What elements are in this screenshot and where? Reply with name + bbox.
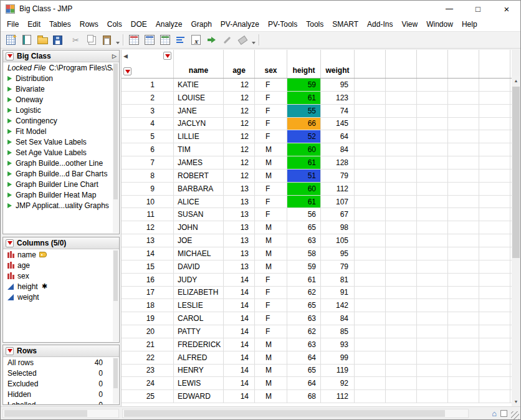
new-journal-icon[interactable] bbox=[19, 33, 34, 47]
script-item[interactable]: Bivariate bbox=[3, 84, 119, 94]
row-number[interactable]: 9 bbox=[122, 183, 174, 195]
cell-age[interactable]: 14 bbox=[224, 338, 255, 351]
cell-weight[interactable]: 81 bbox=[321, 274, 355, 286]
cell-sex[interactable]: F bbox=[255, 299, 287, 312]
cell-height[interactable]: 51 bbox=[287, 169, 321, 182]
row-number[interactable]: 18 bbox=[122, 299, 174, 312]
menu-item[interactable]: SMART bbox=[328, 18, 363, 31]
cell-height[interactable]: 61 bbox=[287, 196, 321, 208]
row-number[interactable]: 16 bbox=[122, 274, 174, 286]
row-number[interactable]: 24 bbox=[122, 377, 174, 389]
cell-name[interactable]: ALICE bbox=[174, 196, 224, 208]
cell-weight[interactable]: 84 bbox=[321, 143, 355, 156]
scroll-down-icon[interactable]: ▼ bbox=[512, 397, 520, 406]
cell-name[interactable]: ALFRED bbox=[174, 351, 224, 364]
script-item[interactable]: Graph Builde...d Bar Charts bbox=[3, 168, 119, 179]
column-header[interactable]: age bbox=[224, 50, 255, 78]
cell-weight[interactable]: 112 bbox=[321, 183, 355, 195]
cell-sex[interactable]: F bbox=[255, 105, 287, 117]
cell-sex[interactable]: F bbox=[255, 196, 287, 208]
cell-weight[interactable]: 142 bbox=[321, 299, 355, 312]
row-number[interactable]: 2 bbox=[122, 92, 174, 104]
cell-height[interactable]: 55 bbox=[287, 105, 321, 117]
cell-age[interactable]: 12 bbox=[224, 156, 255, 169]
cell-age[interactable]: 13 bbox=[224, 234, 255, 247]
cell-age[interactable]: 14 bbox=[224, 351, 255, 364]
resize-grip-icon[interactable] bbox=[511, 411, 519, 419]
cell-age[interactable]: 13 bbox=[224, 221, 255, 234]
cell-height[interactable]: 65 bbox=[287, 299, 321, 312]
row-number[interactable]: 8 bbox=[122, 169, 174, 182]
cell-weight[interactable]: 123 bbox=[321, 92, 355, 104]
cell-name[interactable]: CAROL bbox=[174, 312, 224, 325]
menu-item[interactable]: Add-Ins bbox=[363, 18, 397, 31]
cell-age[interactable]: 13 bbox=[224, 208, 255, 221]
cell-sex[interactable]: M bbox=[255, 351, 287, 364]
cell-weight[interactable]: 119 bbox=[321, 365, 355, 377]
cell-age[interactable]: 14 bbox=[224, 325, 255, 338]
cell-name[interactable]: JOHN bbox=[174, 221, 224, 234]
column-list-item[interactable]: sex bbox=[3, 270, 119, 281]
script-item[interactable]: Oneway bbox=[3, 94, 119, 105]
cell-name[interactable]: JUDY bbox=[174, 274, 224, 286]
cell-name[interactable]: JOE bbox=[174, 234, 224, 247]
cell-sex[interactable]: M bbox=[255, 247, 287, 260]
scroll-up-icon[interactable]: ▲ bbox=[512, 76, 520, 85]
cell-height[interactable]: 68 bbox=[287, 390, 321, 403]
open-icon[interactable] bbox=[35, 33, 49, 47]
menu-item[interactable]: DOE bbox=[127, 18, 151, 31]
script-item[interactable]: Graph Builder Line Chart bbox=[3, 179, 119, 189]
cell-sex[interactable]: M bbox=[255, 338, 287, 351]
column-header[interactable]: name bbox=[174, 50, 224, 78]
row-number[interactable]: 23 bbox=[122, 365, 174, 377]
copy-icon[interactable] bbox=[84, 33, 98, 47]
row-number[interactable]: 4 bbox=[122, 118, 174, 130]
menu-item[interactable]: View bbox=[397, 18, 422, 31]
cell-name[interactable]: LESLIE bbox=[174, 299, 224, 312]
scrollbar-thumb[interactable] bbox=[113, 358, 118, 388]
cell-name[interactable]: KATIE bbox=[174, 79, 224, 91]
row-number[interactable]: 17 bbox=[122, 287, 174, 299]
script-item[interactable]: Contingency bbox=[3, 115, 119, 126]
column-header[interactable]: height bbox=[287, 50, 321, 78]
row-number[interactable]: 21 bbox=[122, 338, 174, 351]
cell-weight[interactable]: 84 bbox=[321, 312, 355, 325]
menu-item[interactable]: PV-Analyze bbox=[216, 18, 264, 31]
rows-menu-icon[interactable] bbox=[6, 347, 14, 355]
cell-height[interactable]: 61 bbox=[287, 156, 321, 169]
scripts-scrollbar[interactable] bbox=[113, 63, 118, 233]
cell-name[interactable]: LILLIE bbox=[174, 130, 224, 143]
row-number[interactable]: 13 bbox=[122, 234, 174, 247]
menu-item[interactable]: Help bbox=[457, 18, 482, 31]
cell-age[interactable]: 14 bbox=[224, 287, 255, 299]
rows-scrollbar[interactable] bbox=[113, 358, 118, 404]
scrollbar-thumb[interactable] bbox=[4, 410, 87, 417]
menu-item[interactable]: Tools bbox=[302, 18, 328, 31]
collapse-panel-icon[interactable]: ▷ bbox=[112, 53, 117, 59]
cell-weight[interactable]: 79 bbox=[321, 260, 355, 273]
cell-name[interactable]: LEWIS bbox=[174, 377, 224, 389]
row-number[interactable]: 25 bbox=[122, 390, 174, 403]
cell-age[interactable]: 12 bbox=[224, 143, 255, 156]
cell-age[interactable]: 12 bbox=[224, 118, 255, 130]
cell-name[interactable]: JACLYN bbox=[174, 118, 224, 130]
column-list-item[interactable]: height ✱ bbox=[3, 281, 119, 292]
cell-height[interactable]: 58 bbox=[287, 247, 321, 260]
cell-age[interactable]: 12 bbox=[224, 130, 255, 143]
rows-red-triangle-icon[interactable] bbox=[123, 67, 131, 75]
cell-height[interactable]: 64 bbox=[287, 351, 321, 364]
cell-height[interactable]: 65 bbox=[287, 365, 321, 377]
cell-height[interactable]: 64 bbox=[287, 377, 321, 389]
cell-name[interactable]: SUSAN bbox=[174, 208, 224, 221]
cell-height[interactable]: 59 bbox=[287, 79, 321, 91]
script-item[interactable]: Graph Builde...oother Line bbox=[3, 158, 119, 168]
cell-weight[interactable]: 92 bbox=[321, 377, 355, 389]
cell-sex[interactable]: F bbox=[255, 287, 287, 299]
cell-sex[interactable]: F bbox=[255, 79, 287, 91]
cell-weight[interactable]: 105 bbox=[321, 234, 355, 247]
data-table-icon[interactable] bbox=[127, 33, 141, 47]
cell-height[interactable]: 61 bbox=[287, 274, 321, 286]
maximize-button[interactable]: □ bbox=[464, 0, 492, 17]
row-number[interactable]: 12 bbox=[122, 221, 174, 234]
cell-name[interactable]: ROBERT bbox=[174, 169, 224, 182]
